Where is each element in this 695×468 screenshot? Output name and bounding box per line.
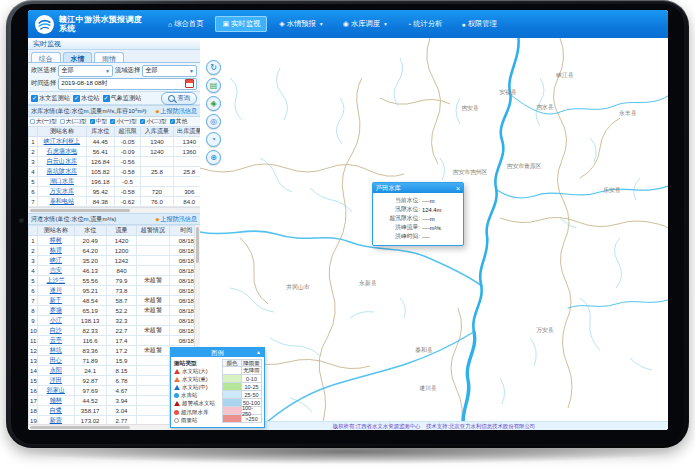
scroll-thumb[interactable] [30,209,130,212]
tab-1[interactable]: 水情 [63,52,93,62]
row-number-cell: 5 [29,276,38,286]
station-link[interactable]: 小江 [50,316,62,323]
station-link[interactable]: 泰和电站 [50,197,74,204]
table-cell [137,356,169,366]
station-link[interactable]: 樟树 [50,236,62,243]
app-title-line2: 系统 [59,24,153,34]
station-type-checkbox[interactable]: ✓水位站 [73,94,100,103]
legend-station-item: 超汛限水库 [174,408,220,416]
time-input[interactable]: 2019-08-18 08时 [58,78,197,90]
legend-header[interactable]: 图例 ▲ [171,348,264,357]
station-link[interactable]: 石虎塘水电 [47,147,77,154]
row-number-cell: 12 [29,346,38,356]
basin-select[interactable]: 全部 ▼ [142,65,197,77]
station-link[interactable]: 万安水库 [50,187,74,194]
scroll-thumb[interactable] [196,227,199,263]
checkbox-icon[interactable]: ✓ [90,119,95,124]
station-link[interactable]: 吉安 [50,266,62,273]
station-link[interactable]: 新营 [50,416,62,423]
nav-item-dispatch[interactable]: ◉水库调度▼ [336,16,395,32]
station-link[interactable]: 云亭 [50,336,62,343]
history-icon[interactable]: ◔ [206,132,221,147]
monitor-icon: ▣ [222,20,229,28]
station-type-checkbox[interactable]: ✓气象监测站 [103,94,142,103]
checkbox-icon[interactable]: ✓ [31,95,38,102]
table-cell: 赛塘 [38,306,74,316]
legend-station-label: 超警戒水文站 [182,400,215,407]
nav-item-analysis[interactable]: ◔统计分析 [400,16,449,32]
station-link[interactable]: 湖口水库 [50,177,74,184]
table-cell: 翰林 [38,396,74,406]
station-type-checkbox[interactable]: ✓水文监测站 [31,94,70,103]
station-link[interactable]: 白鹭 [50,406,62,413]
nav-item-realtime[interactable]: ▣实时监视 [215,16,267,32]
nav-item-home[interactable]: ⌂综合首页 [161,16,210,32]
scroll-thumb[interactable] [30,426,130,429]
popup-row-label: 汛限水位: [375,205,420,214]
map-canvas[interactable]: 峡江县安福县吉安县吉水县永丰县乐安县吉安市吉州区吉安市青原区永新县井冈山市泰和县… [200,38,668,430]
zoom-in-icon[interactable]: ⊕ [206,150,221,165]
table-cell: 郭家山 [38,386,74,396]
checkbox-icon[interactable] [30,119,35,124]
nav-item-forecast[interactable]: ◈水情预报▼ [272,16,331,32]
station-link[interactable]: 郭家山 [47,386,65,393]
rain-color-swatch [222,415,242,423]
table-cell: 白云山水库 [38,157,87,167]
calendar-icon[interactable] [185,79,194,88]
measure-icon[interactable]: ◈ [206,96,221,111]
station-link[interactable]: 白云山水库 [47,157,77,164]
tab-2[interactable]: 雨情 [94,52,124,62]
checkbox-icon[interactable]: ✓ [140,119,145,124]
station-link[interactable]: 峡江 [50,256,62,263]
reservoir-type-checkbox[interactable]: ✓其他 [170,118,187,126]
station-link[interactable]: 田心 [50,356,62,363]
reservoir-type-checkbox[interactable]: ✓中型 [90,118,107,126]
table-cell: 4.67 [106,386,136,396]
reservoir-section-header: 水库水情(单位:水位m,流量m³/s,库容10⁸m³) ◆ 上报防汛信息 [28,105,200,117]
checkbox-icon[interactable]: ✓ [73,95,80,102]
checkbox-icon[interactable]: ✓ [103,95,110,102]
reservoir-type-checkbox[interactable]: 大(二)型 [60,118,87,126]
row-number-cell: 14 [29,366,38,376]
column-header: 测站名称 [38,226,74,236]
station-link[interactable]: 新干 [50,296,62,303]
layers-icon[interactable]: ▤ [206,78,221,93]
station-link[interactable]: 南坑陂水库 [47,167,77,174]
locate-icon[interactable]: ◎ [206,114,221,129]
tab-0[interactable]: 综合 [31,52,61,62]
checkbox-icon[interactable]: ✓ [170,119,175,124]
station-link[interactable]: 赛塘 [50,306,62,313]
close-icon[interactable]: × [456,185,460,192]
river-report-link[interactable]: ◆ 上报防汛信息 [156,215,197,224]
collapse-icon[interactable]: ▲ [256,348,261,357]
checkbox-icon[interactable] [60,119,65,124]
station-link[interactable]: 遂川 [50,286,62,293]
wave-logo-icon [37,17,52,32]
reservoir-hscrollbar[interactable] [28,207,200,213]
reservoir-type-checkbox[interactable]: ✓小(二)型 [140,118,167,126]
reservoir-report-link[interactable]: ◆ 上报防汛信息 [156,107,197,116]
station-link[interactable]: 峡江水利枢上 [44,137,81,144]
region-select[interactable]: 全部 ▼ [58,65,113,77]
station-link[interactable]: 上沙兰 [47,276,65,283]
legend-station-item: 水文站(重) [174,375,220,383]
station-link[interactable]: 林坑 [50,346,62,353]
table-cell: 46.13 [74,266,106,276]
station-link[interactable]: 翰林 [50,396,62,403]
rain-color-swatch [222,383,242,391]
nav-item-permission[interactable]: ●权限管理 [454,16,503,32]
station-link[interactable]: 洋田 [50,376,62,383]
legend-station-label: 雨量站 [181,417,198,424]
table-row: 3峡江35.20124208/18 [29,256,196,266]
station-link[interactable]: 永阳 [50,366,62,373]
reservoir-type-checkbox[interactable]: ✓小(一)型 [110,118,137,126]
station-link[interactable]: 栋背 [50,246,62,253]
search-button[interactable]: 查询 [161,92,197,105]
table-cell: 08/18 [169,306,195,316]
refresh-icon[interactable]: ↻ [206,60,221,75]
table-cell: 1340 [141,137,173,147]
app-logo [35,15,54,34]
station-link[interactable]: 白沙 [50,326,62,333]
checkbox-icon[interactable]: ✓ [110,119,115,124]
reservoir-type-checkbox[interactable]: 大(一)型 [30,118,57,126]
